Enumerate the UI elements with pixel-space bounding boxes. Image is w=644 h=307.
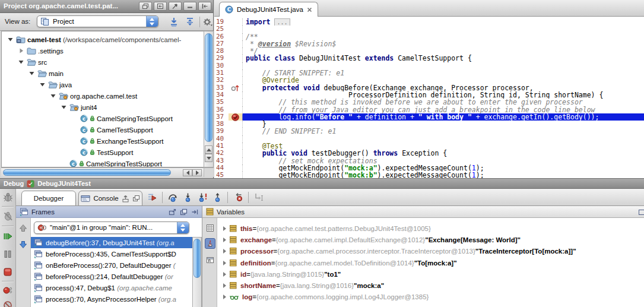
next-frame-icon[interactable]	[19, 240, 29, 251]
editor-tab[interactable]: C DebugJUnit4Test.java	[219, 2, 318, 17]
show-execution-point-button[interactable]	[147, 192, 157, 202]
code-line-29[interactable]: 29public class DebugJUnit4Test extends C…	[214, 55, 644, 62]
scroll-down-icon[interactable]	[205, 154, 212, 162]
float-panel-icon[interactable]	[180, 208, 188, 216]
minimize-icon[interactable]	[183, 2, 196, 11]
run-to-cursor-button[interactable]	[254, 192, 264, 202]
thread-dropdown[interactable]: "main"@1 in group "main": RUN...	[34, 221, 189, 234]
scrollbar-thumb[interactable]	[3, 169, 171, 176]
evaluate-expression-icon[interactable]	[205, 223, 215, 233]
watch-method-return-icon[interactable]	[205, 238, 215, 249]
previous-frame-icon[interactable]	[19, 224, 29, 234]
tree-item[interactable]: junit4	[2, 102, 204, 113]
code-line-25[interactable]: 25	[214, 26, 644, 33]
code-line-27[interactable]: 27 * @version $Revision$	[214, 40, 644, 48]
step-out-button[interactable]	[212, 192, 223, 202]
variable-row[interactable]: log = {org.apache.commons.logging.impl.L…	[217, 292, 644, 303]
scrollbar-thumb[interactable]	[193, 239, 201, 278]
code-line-33[interactable]: 33 protected void debugBefore(Exchange e…	[214, 84, 644, 91]
scrollbar-thumb[interactable]	[205, 33, 212, 142]
expand-icon[interactable]	[223, 238, 226, 242]
code-line-32[interactable]: 32 @Override	[214, 77, 644, 84]
code-editor[interactable]: 19import ...2526/**27 * @version $Revisi…	[214, 17, 644, 178]
frame-row[interactable]: beforeProcess():435, CamelTestSupport$D	[31, 248, 192, 259]
dropdown-stepper-icon[interactable]	[177, 222, 189, 233]
tree-item[interactable]: cTestSupport	[2, 147, 204, 158]
chevron-down-icon[interactable]	[60, 104, 68, 110]
code-line-40[interactable]: 40	[214, 135, 644, 143]
code-line-38[interactable]: 38 }	[214, 121, 644, 128]
frame-row[interactable]: process():47, Debug$1 (org.apache.came	[31, 282, 192, 293]
view-breakpoints-button[interactable]	[3, 286, 13, 296]
force-step-into-button[interactable]	[198, 192, 208, 202]
scroll-up-icon[interactable]	[205, 145, 212, 154]
chevron-down-icon[interactable]	[28, 70, 36, 77]
hide-panel-icon[interactable]	[191, 208, 199, 216]
code-line-19[interactable]: 19import ...	[214, 18, 644, 26]
code-line-43[interactable]: 43 // set mock expectations	[214, 157, 644, 164]
resume-button[interactable]	[3, 232, 13, 242]
variables-list[interactable]: this = {org.apache.camel.test.patterns.D…	[217, 223, 644, 307]
tree-item[interactable]: main	[2, 68, 204, 79]
step-into-button[interactable]	[183, 192, 193, 202]
code-line-45[interactable]: 45 getMockEndpoint("mock:b").expectedMes…	[214, 172, 644, 178]
hide-panel-icon[interactable]	[198, 2, 211, 11]
variable-row[interactable]: shortName = {java.lang.String@1016}"mock…	[217, 280, 644, 291]
expand-icon[interactable]	[223, 272, 226, 277]
frame-row[interactable]: beforeProcess():214, DefaultDebugger (or	[31, 271, 192, 282]
debug-disabled-icon[interactable]	[3, 211, 13, 221]
view-as-dropdown[interactable]: Project	[37, 15, 158, 27]
code-line-42[interactable]: 42 public void testDebugger() throws Exc…	[214, 150, 644, 157]
tree-item[interactable]: cCamelSpringTestSupport	[2, 158, 204, 167]
code-line-34[interactable]: 34 ProcessorDefinition definition, Strin…	[214, 91, 644, 99]
project-horizontal-scrollbar[interactable]	[1, 167, 204, 177]
code-line-26[interactable]: 26/**	[214, 33, 644, 40]
show-types-icon[interactable]	[205, 255, 215, 265]
drop-frame-button[interactable]	[233, 192, 243, 202]
variable-row[interactable]: definition = {org.apache.camel.model.ToD…	[217, 257, 644, 268]
code-line-36[interactable]: 36 // from your Java editor you can just…	[214, 106, 644, 113]
tree-item[interactable]: cExchangeTestSupport	[2, 135, 204, 147]
debug-panel-header[interactable]: Debug DebugJUnit4Test	[0, 179, 644, 189]
chevron-down-icon[interactable]	[39, 81, 46, 88]
export-icon[interactable]	[122, 195, 129, 202]
add-watch-icon[interactable]	[639, 208, 644, 216]
override-icon[interactable]	[229, 84, 242, 91]
code-line-37[interactable]: 37 log.info("Before " + definition + " w…	[214, 113, 644, 121]
breakpoint-icon[interactable]	[229, 113, 242, 121]
project-vertical-scrollbar[interactable]	[204, 31, 214, 167]
code-line-31[interactable]: 31 // START SNIPPET: e1	[214, 69, 644, 77]
float-window-icon[interactable]	[139, 2, 152, 11]
scroll-right-icon[interactable]	[192, 169, 202, 176]
pin-icon[interactable]	[169, 2, 182, 11]
code-line-28[interactable]: 28 */	[214, 48, 644, 55]
code-line-35[interactable]: 35 // this method is invoked before we a…	[214, 99, 644, 106]
variable-row[interactable]: id = {java.lang.String@1015}"to1"	[217, 268, 644, 280]
stop-button[interactable]	[3, 267, 13, 277]
gear-icon[interactable]	[202, 17, 213, 27]
expand-all-icon[interactable]	[169, 17, 179, 27]
tab-console[interactable]: Console	[78, 191, 142, 206]
code-line-39[interactable]: 39 // END SNIPPET: e1	[214, 128, 644, 135]
popup-frames-icon[interactable]	[169, 208, 176, 216]
frames-list[interactable]: debugBefore():37, DebugJUnit4Test (org.a…	[31, 237, 192, 307]
project-panel-header[interactable]: Project org.apache.camel.test.pat...	[0, 0, 213, 13]
frame-row[interactable]: debugBefore():37, DebugJUnit4Test (org.a	[31, 237, 192, 248]
mute-breakpoints-button[interactable]	[3, 300, 13, 307]
dropdown-stepper-icon[interactable]	[146, 16, 158, 27]
expand-icon[interactable]	[223, 226, 226, 231]
float-icon[interactable]	[132, 195, 140, 202]
debug-settings-icon[interactable]	[3, 192, 13, 202]
chevron-right-icon[interactable]	[17, 48, 25, 54]
expand-icon[interactable]	[223, 249, 226, 254]
variable-row[interactable]: processor = {org.apache.camel.processor.…	[217, 246, 644, 257]
tree-item[interactable]: cCamelTestSupport	[2, 124, 204, 135]
variable-row[interactable]: this = {org.apache.camel.test.patterns.D…	[217, 223, 644, 234]
expand-icon[interactable]	[223, 261, 226, 265]
code-line-44[interactable]: 44 getMockEndpoint("mock:a").expectedMes…	[214, 164, 644, 172]
dock-window-icon[interactable]	[154, 2, 167, 11]
frame-row[interactable]: process():70, AsyncProcessorHelper (org.…	[31, 293, 192, 305]
frame-row[interactable]: onBeforeProcess():270, DefaultDebugger (	[31, 259, 192, 271]
frames-scrollbar[interactable]	[192, 237, 202, 307]
code-line-41[interactable]: 41 @Test	[214, 143, 644, 150]
